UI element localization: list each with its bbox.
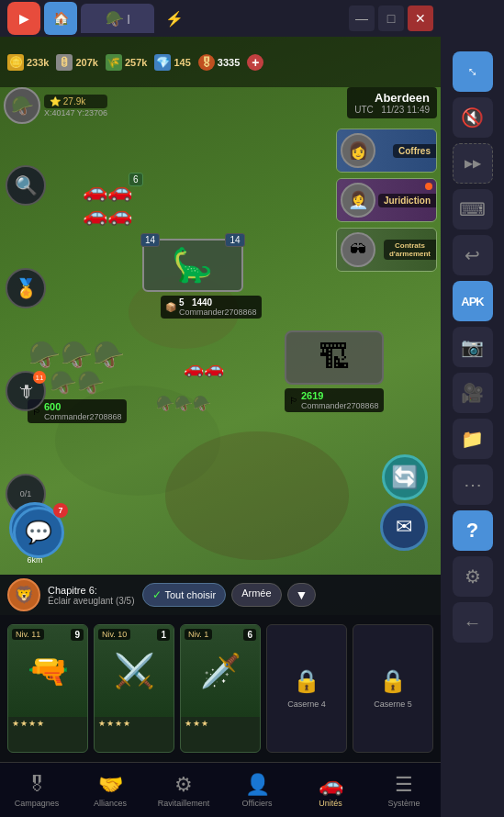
location-name: Aberdeen [354,91,430,105]
resource-food: 🌾 257k [106,54,147,71]
chapter-icon: 🦁 [7,578,40,611]
window-controls: — □ ✕ [349,6,433,31]
resource-oil: 🛢 207k [56,54,97,71]
refresh-button[interactable]: 🔄 [382,454,428,500]
unit-card-1-stars: ★★★★ [8,717,87,730]
map-badge-6: 6 [129,173,143,186]
locked-label-4: Caserne 4 [287,699,326,709]
more-icon[interactable]: ⋯ [453,464,493,505]
home-tab-icon[interactable]: 🏠 [44,2,77,35]
unit-card-3-level: Niv. 1 [185,629,212,640]
bluestacks-logo[interactable]: ▶ [7,2,40,35]
add-resource-button[interactable]: + [247,54,263,71]
lightning-icon[interactable]: ⚡ [158,2,191,35]
diamond-icon: 💎 [154,54,171,71]
food-icon: 🌾 [106,54,122,71]
unit-card-3[interactable]: Niv. 1 6 🗡️ ★★★ [180,624,261,753]
help-icon[interactable]: ? [453,510,493,551]
coffres-panel[interactable]: 👩 Coffres [336,129,437,173]
systeme-icon: ☰ [395,773,413,797]
chat-notification-badge: 7 [53,503,68,518]
lock-icon-5: 🔒 [379,668,407,694]
nav-campagnes[interactable]: 🎖 Campagnes [0,763,73,817]
mini-troops: 🚗🚗 [184,358,224,378]
nav-systeme[interactable]: ☰ Système [367,763,441,817]
contrats-label: Contratsd'armement [384,240,436,260]
nav-officiers[interactable]: 👤 Officiers [220,763,294,817]
oil-icon: 🛢 [56,54,73,71]
ravitaillement-label: Ravitaillement [158,799,210,808]
resource-special: 🎖 3335 [198,54,240,71]
player-coords: X:40147 Y:23706 [44,108,107,118]
screenshot-icon[interactable]: 📷 [453,327,493,367]
location-timezone: UTC 11/23 11:49 [354,105,430,115]
left-buttons: 🔍 🏅 🗡 11 0/1 [6,165,46,514]
top-hud: 🪙 233k 🛢 207k 🌾 257k 💎 145 🎖 3335 + [0,37,441,87]
bluestacks-topbar: ▶ 🏠 🪖 | ⚡ — □ ✕ [0,0,441,37]
unit-card-2-count: 1 [157,629,170,641]
unit-card-1-image: Niv. 11 9 🔫 [8,625,87,717]
game-tab-1[interactable]: 🪖 | [81,4,154,33]
minimize-button[interactable]: — [349,6,375,31]
close-button[interactable]: ✕ [408,6,433,31]
alliances-label: Alliances [94,799,127,808]
player-avatar[interactable]: 🪖 [4,87,40,124]
search-button[interactable]: 🔍 [6,165,46,206]
chapter-buttons: ✓ Tout choisir Armée ▼ [142,583,317,607]
juridiction-dot [425,183,432,190]
unit-card-locked-4[interactable]: 🔒 Caserne 4 [266,624,347,753]
sound-icon[interactable]: 🔇 [453,97,493,138]
keyboard-icon[interactable]: ⌨ [453,189,493,229]
juridiction-label: Juridiction [378,194,436,207]
officiers-icon: 👤 [245,773,270,797]
files-icon[interactable]: 📁 [453,419,493,459]
maximize-button[interactable]: □ [378,6,404,31]
macro-icon[interactable]: ▶▶ [453,143,493,184]
coffres-label: Coffres [393,144,436,158]
sword-button[interactable]: 🗡 11 [6,371,46,411]
locked-label-5: Caserne 5 [374,699,412,709]
nav-unites[interactable]: 🚗 Unités [294,763,367,817]
mail-button[interactable]: ✉ [380,503,428,551]
player-info: 🪖 ⭐ 27.9k X:40147 Y:23706 [4,87,107,124]
nav-alliances[interactable]: 🤝 Alliances [73,763,147,817]
contrats-avatar: 🕶 [341,232,375,267]
nav-ravitaillement[interactable]: ⚙ Ravitaillement [147,763,220,817]
coffres-avatar: 👩 [341,133,375,168]
back-icon[interactable]: ↩ [453,235,493,275]
unit-card-1-level: Niv. 11 [12,629,44,640]
army-button[interactable]: Armée [231,583,281,607]
unit-card-2-image: Niv. 10 1 ⚔️ [95,625,174,717]
location-info: Aberdeen UTC 11/23 11:49 [347,87,437,118]
unit-card-locked-5[interactable]: 🔒 Caserne 5 [353,624,433,753]
refresh-button-wrap: 🔄 [382,454,428,500]
unit-card-2[interactable]: Niv. 10 1 ⚔️ ★★★★ [94,624,174,753]
chapter-info: Chapitre 6: Éclair aveuglant (3/5) [48,585,135,606]
right-sidebar: ↔ 🔇 ▶▶ ⌨ ↩ APK 📷 🎥 📁 ⋯ ? ⚙ ← [441,0,504,817]
contrats-panel[interactable]: 🕶 Contratsd'armement [336,228,437,272]
install-apk-icon[interactable]: APK [453,281,493,321]
unites-label: Unités [319,799,342,808]
game-area[interactable]: 🪙 233k 🛢 207k 🌾 257k 💎 145 🎖 3335 + 🪖 ⭐ … [0,37,441,817]
back-nav-icon[interactable]: ← [453,602,493,643]
juridiction-panel[interactable]: 👩‍💼 Juridiction [336,178,437,222]
mini-troops-2: 🪖🪖🪖 [156,395,211,412]
unit-card-2-stars: ★★★★ [95,717,174,730]
player-power: ⭐ 27.9k [44,95,107,108]
blue-troops: 🚗🚗🚗🚗 [83,179,132,227]
rank-button[interactable]: 🏅 [6,268,46,308]
dropdown-button[interactable]: ▼ [287,583,317,607]
unit-card-1[interactable]: Niv. 11 9 🔫 ★★★★ [7,624,88,753]
checkmark-icon: ✓ [152,588,162,601]
settings-icon[interactable]: ⚙ [453,556,493,597]
unites-icon: 🚗 [319,773,343,797]
record-icon[interactable]: 🎥 [453,373,493,413]
ravitaillement-icon: ⚙ [174,773,193,797]
select-all-button[interactable]: ✓ Tout choisir [142,583,227,607]
juridiction-avatar: 👩‍💼 [341,183,375,218]
expand-icon[interactable]: ↔ [453,51,493,92]
lock-icon-4: 🔒 [293,668,320,694]
resource-diamond: 💎 145 [154,54,190,71]
unit-card-3-count: 6 [243,629,256,641]
systeme-label: Système [387,799,420,808]
